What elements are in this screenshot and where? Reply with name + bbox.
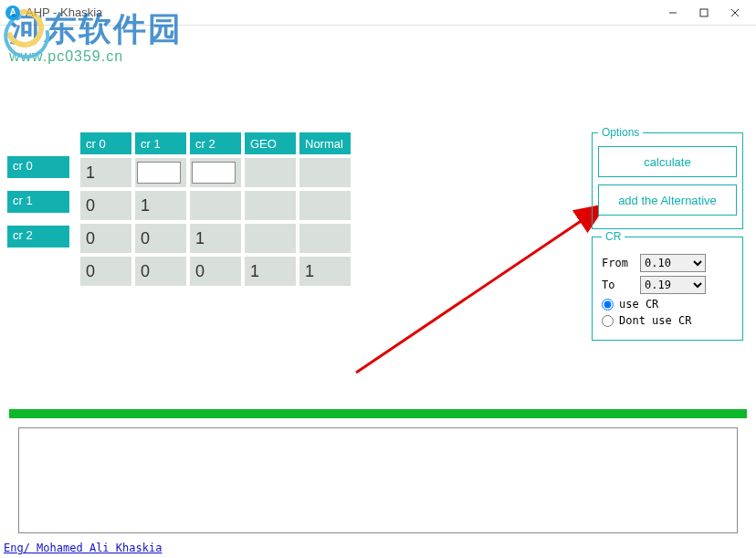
matrix-cell	[245, 158, 296, 187]
matrix-cell	[190, 191, 241, 220]
matrix-cell: 1	[80, 158, 131, 187]
window-titlebar: A AHP - Khaskia	[0, 0, 756, 26]
options-legend: Options	[598, 126, 643, 139]
annotation-arrow-icon	[347, 190, 621, 382]
matrix-cell	[245, 191, 296, 220]
cr-to-label: To	[602, 279, 633, 291]
matrix-cell: 1	[190, 224, 241, 253]
matrix-cell: 0	[80, 191, 131, 220]
window-title: AHP - Khaskia	[26, 5, 657, 19]
matrix-row: 1	[80, 158, 351, 187]
maximize-button[interactable]	[688, 2, 719, 24]
close-icon	[730, 8, 740, 17]
svg-line-5	[356, 206, 603, 373]
matrix-cell: 1	[135, 191, 186, 220]
matrix-cell: 1	[245, 257, 296, 286]
add-alternative-button[interactable]: add the Alternative	[598, 184, 737, 216]
matrix-cell: 0	[135, 257, 186, 286]
col-header: cr 0	[80, 132, 131, 154]
matrix-cell: 0	[80, 257, 131, 286]
col-header: Normal	[299, 132, 351, 154]
matrix-input[interactable]	[192, 162, 236, 184]
row-label: cr 1	[7, 191, 69, 213]
col-header: cr 2	[190, 132, 241, 154]
matrix-cell	[190, 158, 241, 187]
author-credit-link[interactable]: Eng/ Mohamed Ali Khaskia	[4, 542, 162, 554]
comparison-matrix: cr 0 cr 1 cr 2 GEO Normal 10100100011	[77, 129, 354, 290]
dont-use-cr-label: Dont use CR	[619, 314, 691, 327]
calculate-button[interactable]: calculate	[598, 146, 737, 177]
matrix-cell	[299, 191, 351, 220]
row-label: cr 0	[7, 156, 69, 178]
matrix-row: 001	[80, 224, 351, 253]
dont-use-cr-radio[interactable]	[602, 315, 614, 327]
svg-rect-1	[700, 9, 708, 16]
app-icon: A	[5, 5, 20, 20]
matrix-cell	[299, 224, 351, 253]
matrix-input[interactable]	[137, 162, 181, 184]
matrix-cell: 0	[190, 257, 241, 286]
maximize-icon	[699, 8, 709, 17]
matrix-cell	[299, 158, 351, 187]
col-header: GEO	[245, 132, 296, 154]
use-cr-label: use CR	[619, 298, 658, 311]
separator-bar	[9, 409, 747, 418]
matrix-row: 01	[80, 191, 351, 220]
options-panel: Options calculate add the Alternative	[592, 126, 743, 229]
cr-from-select[interactable]: 0.10	[640, 254, 706, 272]
minimize-icon	[668, 8, 677, 17]
cr-to-select[interactable]: 0.19	[640, 276, 706, 294]
matrix-cell: 1	[299, 257, 351, 286]
cr-from-label: From	[602, 257, 633, 269]
col-header: cr 1	[135, 132, 186, 154]
row-label: cr 2	[7, 226, 69, 247]
use-cr-radio[interactable]	[602, 299, 614, 311]
minimize-button[interactable]	[657, 2, 688, 24]
matrix-cell: 0	[80, 224, 131, 253]
output-textarea[interactable]	[18, 427, 738, 533]
matrix-row: 00011	[80, 257, 351, 286]
matrix-cell	[245, 224, 296, 253]
close-button[interactable]	[719, 2, 751, 24]
row-label-column: cr 0 cr 1 cr 2	[7, 156, 69, 247]
cr-panel: CR From 0.10 To 0.19 use CR Dont use CR	[592, 230, 743, 341]
cr-legend: CR	[602, 230, 625, 243]
matrix-cell: 0	[135, 224, 186, 253]
matrix-cell	[135, 158, 186, 187]
